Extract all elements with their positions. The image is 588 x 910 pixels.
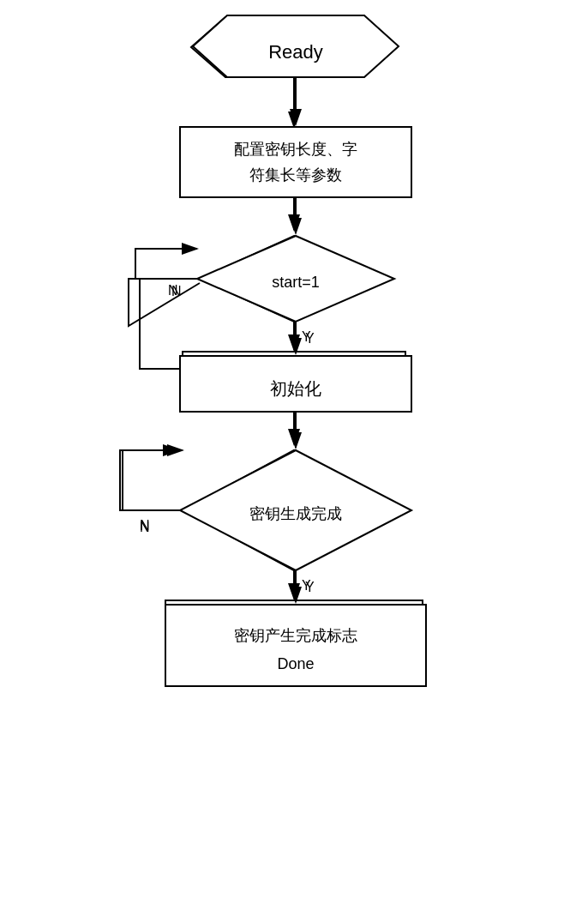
ready-text: Ready <box>268 41 323 63</box>
done-text1: 密钥产生完成标志 <box>234 627 357 644</box>
flowchart-diagram: Ready 配置密钥长度、字 符集长等参数 start=1 Y N <box>0 0 588 910</box>
init-text: 初始化 <box>270 379 321 398</box>
start-y-lbl: Y <box>305 331 315 346</box>
key-done-text: 密钥生成完成 <box>249 505 342 522</box>
config-text2: 符集长等参数 <box>249 166 342 184</box>
start-n-path <box>135 249 197 279</box>
keydone-y-lbl: Y <box>305 580 315 594</box>
keydone-n-path <box>120 450 180 510</box>
done-rect <box>165 605 426 686</box>
config-rect <box>180 127 411 197</box>
done-text2: Done <box>277 655 314 672</box>
start-text: start=1 <box>272 274 320 291</box>
config-text1: 配置密钥长度、字 <box>234 141 357 158</box>
keydone-n-lbl: N <box>140 518 150 533</box>
start-n-lbl: N <box>168 283 178 298</box>
